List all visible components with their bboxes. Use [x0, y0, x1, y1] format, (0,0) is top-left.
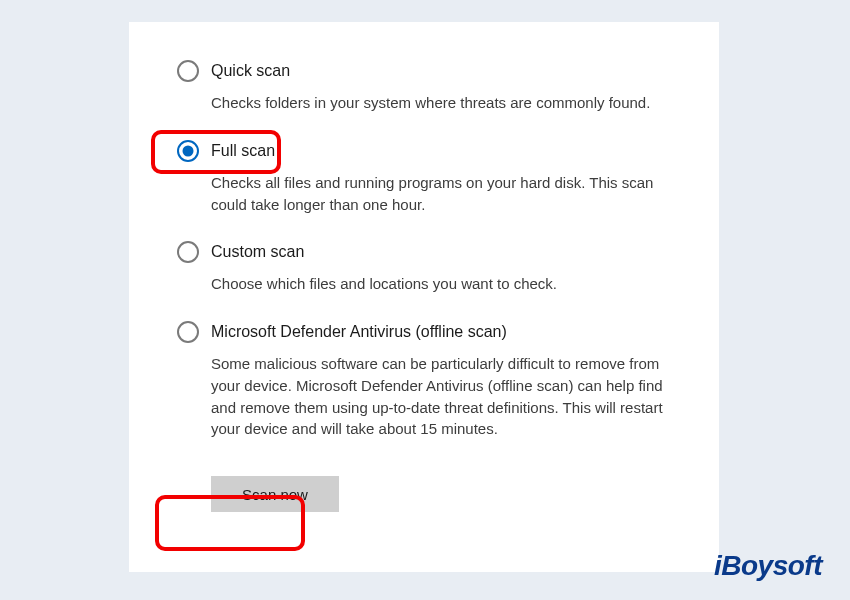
- radio-row-full[interactable]: Full scan: [177, 140, 671, 162]
- option-desc: Some malicious software can be particula…: [211, 353, 671, 440]
- radio-icon: [177, 241, 199, 263]
- option-label: Quick scan: [211, 62, 290, 80]
- option-label: Custom scan: [211, 243, 304, 261]
- option-label: Full scan: [211, 142, 275, 160]
- radio-row-quick[interactable]: Quick scan: [177, 60, 671, 82]
- watermark-logo: iBoysoft: [714, 550, 822, 582]
- radio-icon: [177, 60, 199, 82]
- option-desc: Checks all files and running programs on…: [211, 172, 671, 216]
- option-full-scan: Full scan Checks all files and running p…: [177, 140, 671, 216]
- radio-icon: [177, 321, 199, 343]
- radio-row-custom[interactable]: Custom scan: [177, 241, 671, 263]
- option-desc: Choose which files and locations you wan…: [211, 273, 671, 295]
- scan-now-button[interactable]: Scan now: [211, 476, 339, 512]
- scan-options-panel: Quick scan Checks folders in your system…: [129, 22, 719, 572]
- option-custom-scan: Custom scan Choose which files and locat…: [177, 241, 671, 295]
- option-offline-scan: Microsoft Defender Antivirus (offline sc…: [177, 321, 671, 440]
- option-quick-scan: Quick scan Checks folders in your system…: [177, 60, 671, 114]
- option-label: Microsoft Defender Antivirus (offline sc…: [211, 323, 507, 341]
- radio-icon-selected: [177, 140, 199, 162]
- radio-row-offline[interactable]: Microsoft Defender Antivirus (offline sc…: [177, 321, 671, 343]
- option-desc: Checks folders in your system where thre…: [211, 92, 671, 114]
